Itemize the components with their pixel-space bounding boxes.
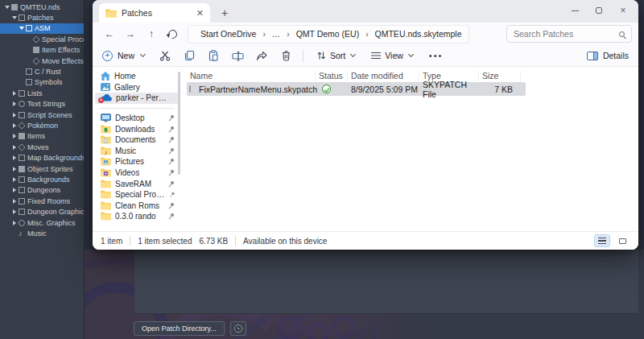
nav-item-videos[interactable]: Videos	[93, 167, 181, 179]
tree-item-dungeons[interactable]: Dungeons	[0, 185, 84, 196]
tree-item-asm[interactable]: ASM	[0, 23, 84, 34]
pin-icon	[170, 191, 175, 198]
expander-closed-icon[interactable]	[10, 101, 19, 106]
tree-item-move-effects[interactable]: Move Effects	[0, 56, 84, 66]
tree-item-lists[interactable]: Lists	[0, 88, 84, 98]
new-button[interactable]: + New	[102, 51, 145, 61]
box-icon	[19, 112, 25, 118]
tree-item-symbols[interactable]: Symbols	[0, 77, 84, 88]
nav-item-0-3-0-rando[interactable]: 0.3.0 rando	[93, 211, 181, 222]
tree-item-misc-graphics[interactable]: Misc. Graphics	[0, 217, 84, 228]
diam-icon	[18, 143, 25, 151]
column-headers: Name Status Date modified Type Size	[181, 69, 638, 82]
row-checkbox[interactable]	[189, 85, 191, 93]
copy-button[interactable]	[177, 47, 201, 64]
refresh-button[interactable]	[162, 25, 183, 43]
circ-icon	[19, 220, 25, 226]
breadcrumb-item-start-onedrive[interactable]: Start OneDrive	[199, 29, 258, 39]
expander-closed-icon[interactable]	[10, 209, 19, 214]
expander-closed-icon[interactable]	[10, 188, 19, 192]
see-more-button[interactable]: •••	[429, 51, 444, 60]
file-size: 7 KB	[479, 85, 518, 94]
column-header-status[interactable]: Status	[316, 71, 348, 81]
share-button[interactable]	[250, 47, 274, 64]
expander-open-icon[interactable]	[18, 27, 26, 30]
tab-close-icon[interactable]: ✕	[196, 9, 204, 18]
column-header-date[interactable]: Date modified	[348, 71, 419, 81]
patch-refresh-button[interactable]	[230, 321, 246, 336]
expander-closed-icon[interactable]	[10, 167, 19, 172]
minimize-button[interactable]	[563, 0, 587, 21]
expander-closed-icon[interactable]	[10, 113, 19, 118]
tree-item-items[interactable]: Items	[0, 131, 84, 142]
nav-item-music[interactable]: ♪Music	[93, 146, 181, 157]
delete-button[interactable]	[274, 47, 298, 64]
nav-item-parker-personal[interactable]: ✕parker - Personal	[95, 93, 179, 104]
tree-item-patches[interactable]: Patches	[0, 12, 84, 23]
breadcrumb-item-qmt-demo-eu[interactable]: QMT Demo (EU)	[295, 29, 361, 39]
tree-item-dungeon-graphics[interactable]: Dungeon Graphics	[0, 206, 84, 217]
maximize-button[interactable]	[587, 0, 611, 21]
nav-item-desktop[interactable]: Desktop	[93, 113, 181, 124]
nav-item-home[interactable]: Home	[93, 71, 181, 82]
expander-closed-icon[interactable]	[10, 134, 19, 138]
open-patch-directory-button[interactable]: Open Patch Directory...	[134, 321, 225, 336]
search-input[interactable]: Search Patches	[506, 25, 632, 43]
tree-item-map-backgrounds[interactable]: Map Backgrounds	[0, 152, 84, 163]
cut-button[interactable]	[153, 47, 177, 64]
expander-open-icon[interactable]	[10, 16, 19, 19]
expander-closed-icon[interactable]	[10, 155, 19, 160]
nav-item-special-process[interactable]: Special Process...	[93, 189, 181, 201]
tree-item-fixed-rooms[interactable]: Fixed Rooms	[0, 196, 84, 206]
nav-item-documents[interactable]: Documents	[93, 134, 181, 146]
tree-item-item-effects[interactable]: Item Effects	[0, 45, 84, 56]
view-icon	[371, 52, 381, 60]
tree-item-moves[interactable]: Moves	[0, 142, 84, 152]
file-date: 8/9/2025 5:09 PM	[348, 85, 419, 94]
paste-button[interactable]	[201, 47, 225, 64]
expander-closed-icon[interactable]	[10, 199, 19, 204]
expander-closed-icon[interactable]	[10, 91, 19, 96]
breadcrumb-separator: ›	[464, 30, 470, 39]
tree-item-qmteu-nds[interactable]: QMTEU.nds	[0, 2, 84, 12]
up-button[interactable]: ↑	[141, 25, 162, 43]
details-label: Details	[603, 51, 629, 60]
tree-item-script-scenes[interactable]: Script Scenes	[0, 110, 84, 120]
paste-icon	[208, 50, 219, 61]
details-pane-button[interactable]: Details	[587, 51, 629, 60]
tree-item-special-process-effects[interactable]: Special Process Effects	[0, 34, 84, 44]
tab-patches[interactable]: Patches ✕	[99, 3, 210, 23]
tree-item-backgrounds[interactable]: Backgrounds	[0, 174, 84, 184]
expander-closed-icon[interactable]	[10, 177, 19, 182]
nav-item-clean-roms[interactable]: Clean Roms	[93, 201, 181, 212]
tree-item-object-sprites[interactable]: Object Sprites	[0, 163, 84, 174]
onedrive-error-badge: ✕	[98, 97, 104, 103]
column-header-size[interactable]: Size	[479, 71, 521, 81]
close-window-button[interactable]: ×	[611, 0, 635, 21]
nav-scrollbar[interactable]	[178, 72, 180, 175]
breadcrumb-item-ellipsis[interactable]: …	[270, 29, 283, 39]
search-icon	[619, 31, 625, 37]
details-view-toggle[interactable]	[594, 234, 610, 247]
nav-item-gallery[interactable]: Gallery	[93, 82, 181, 93]
grid-icon	[19, 198, 25, 205]
tree-item-pok-mon[interactable]: Pokémon	[0, 120, 84, 130]
new-tab-button[interactable]: +	[221, 6, 228, 19]
forward-button[interactable]: →	[120, 25, 141, 43]
sort-button[interactable]: Sort	[316, 51, 355, 60]
breadcrumb-item-qmteu-nds-skytemple[interactable]: QMTEU.nds.skytemple	[374, 29, 464, 39]
file-row-selected[interactable]: FixPartnerNameMenu.skypatch 8/9/2025 5:0…	[187, 82, 526, 96]
nav-item-downloads[interactable]: Downloads	[93, 123, 181, 134]
back-button[interactable]: ←	[99, 25, 120, 43]
tree-item-c-rust[interactable]: C / Rust	[0, 66, 84, 76]
nav-item-pictures[interactable]: Pictures	[93, 156, 181, 167]
expander-open-icon[interactable]	[3, 6, 11, 9]
view-button[interactable]: View	[371, 51, 413, 60]
tree-item-music[interactable]: Music	[0, 228, 84, 238]
nav-item-saveram[interactable]: SaveRAM	[93, 178, 181, 189]
rename-button[interactable]	[225, 47, 250, 64]
large-icons-view-toggle[interactable]	[614, 234, 630, 247]
tree-item-text-strings[interactable]: Text Strings	[0, 99, 84, 110]
column-header-name[interactable]: Name	[187, 71, 316, 81]
expander-closed-icon[interactable]	[10, 221, 19, 225]
